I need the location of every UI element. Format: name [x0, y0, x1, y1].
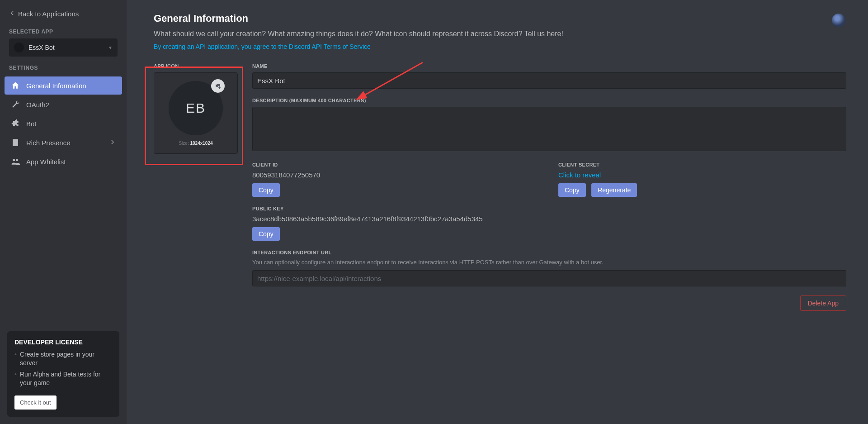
app-selector[interactable]: EssX Bot ▼ — [9, 38, 118, 57]
tos-link[interactable]: By creating an API application, you agre… — [154, 43, 371, 50]
main-content: General Information What should we call … — [127, 0, 868, 424]
back-label: Back to Applications — [18, 10, 79, 18]
selected-app-header: SELECTED APP — [5, 24, 122, 38]
people-icon — [11, 157, 20, 166]
client-secret-reveal-link[interactable]: Click to reveal — [558, 171, 601, 179]
public-key-label: PUBLIC KEY — [252, 206, 846, 211]
client-id-label: CLIENT ID — [252, 162, 540, 167]
nav-label: App Whitelist — [26, 158, 66, 166]
description-label: DESCRIPTION (MAXIMUM 400 CHARACTERS) — [252, 98, 846, 103]
license-title: DEVELOPER LICENSE — [14, 338, 112, 346]
app-icon-preview: EB — [169, 81, 223, 135]
selected-app-name: EssX Bot — [28, 44, 55, 51]
document-icon — [11, 138, 20, 147]
client-id-value: 800593184077250570 — [252, 171, 540, 179]
caret-down-icon: ▼ — [108, 45, 113, 50]
nav-label: OAuth2 — [26, 101, 49, 109]
developer-license-box: DEVELOPER LICENSE Create store pages in … — [7, 331, 119, 417]
nav-label: Rich Presence — [26, 139, 71, 147]
back-to-applications-link[interactable]: Back to Applications — [5, 7, 122, 24]
user-avatar[interactable] — [831, 13, 846, 28]
client-secret-label: CLIENT SECRET — [558, 162, 846, 167]
nav-bot[interactable]: Bot — [5, 114, 122, 133]
copy-public-key-button[interactable]: Copy — [252, 227, 280, 241]
settings-header: SETTINGS — [5, 60, 122, 75]
nav-app-whitelist[interactable]: App Whitelist — [5, 152, 122, 171]
app-icon-initials: EB — [186, 100, 206, 116]
app-avatar-icon — [14, 43, 24, 52]
wrench-icon — [11, 100, 20, 109]
settings-nav: General Information OAuth2 Bot Rich Pres… — [5, 75, 122, 172]
public-key-value: 3acec8db50863a5b589c36f89ef8e47413a216f8… — [252, 215, 846, 223]
nav-label: Bot — [26, 120, 37, 128]
app-icon-upload[interactable]: EB Size: 1024x1024 — [154, 72, 238, 154]
license-bullet: Run Alpha and Beta tests for your game — [14, 370, 112, 387]
chevron-right-icon — [109, 139, 116, 147]
nav-label: General Information — [26, 82, 86, 90]
copy-client-secret-button[interactable]: Copy — [558, 183, 586, 197]
license-bullet: Create store pages in your server — [14, 350, 112, 367]
name-label: NAME — [252, 63, 846, 69]
delete-app-button[interactable]: Delete App — [800, 295, 847, 311]
interactions-hint: You can optionally configure an interact… — [252, 259, 846, 266]
puzzle-icon — [11, 119, 20, 128]
regenerate-client-secret-button[interactable]: Regenerate — [591, 183, 637, 197]
arrow-left-icon — [9, 10, 15, 18]
page-description: What should we call your creation? What … — [154, 30, 563, 38]
name-input[interactable] — [252, 72, 846, 89]
app-icon-label: APP ICON — [154, 63, 244, 69]
check-it-out-button[interactable]: Check it out — [14, 395, 57, 410]
page-title: General Information — [154, 13, 563, 24]
upload-image-icon — [211, 79, 225, 93]
nav-general-information[interactable]: General Information — [5, 76, 122, 95]
nav-oauth2[interactable]: OAuth2 — [5, 95, 122, 114]
interactions-label: INTERACTIONS ENDPOINT URL — [252, 250, 846, 255]
description-input[interactable] — [252, 107, 846, 151]
copy-client-id-button[interactable]: Copy — [252, 183, 280, 197]
interactions-url-input[interactable] — [252, 270, 846, 286]
icon-size-hint: Size: 1024x1024 — [179, 141, 212, 146]
sidebar: Back to Applications SELECTED APP EssX B… — [0, 0, 127, 424]
home-icon — [11, 81, 20, 90]
nav-rich-presence[interactable]: Rich Presence — [5, 133, 122, 152]
